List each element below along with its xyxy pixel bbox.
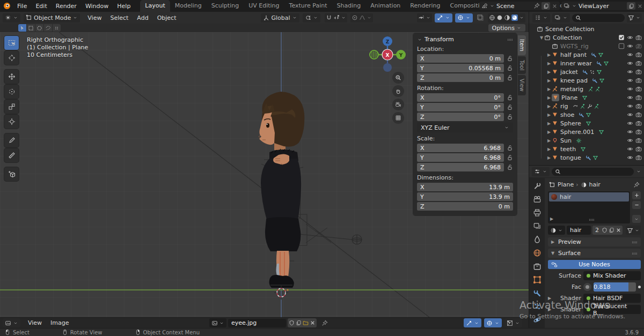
expand-icon[interactable]: ▶ [546,70,552,74]
outliner-row-shoe[interactable]: ▶shoe [529,110,644,119]
select-mode-tweak-mode[interactable] [18,24,26,32]
scale-y-field[interactable]: Y6.968 [417,153,504,162]
open-image-folder-icon[interactable] [303,320,309,326]
rotation-z-field[interactable]: Z0° [417,113,504,121]
pivot-dropdown[interactable] [303,13,320,23]
image-overlays-toggle[interactable] [484,318,502,327]
eye-icon[interactable] [627,103,633,109]
magnet-icon[interactable] [326,14,332,21]
properties-tab-render[interactable] [533,195,541,204]
eye-icon[interactable] [627,120,633,126]
nodetree-filter-button[interactable] [626,226,641,235]
outliner-row-collection[interactable]: ▼Collection [529,33,644,42]
camera-icon[interactable] [635,86,642,92]
surface-panel-header[interactable]: ▼ Surface [548,249,641,258]
properties-tab-modifiers[interactable] [533,289,541,297]
outliner-item-name[interactable]: jacket [560,69,578,76]
sidebar-tab-tool[interactable]: Tool [518,56,526,74]
eye-icon[interactable] [627,94,633,101]
workspace-tab-texture-paint[interactable]: Texture Paint [284,0,332,12]
image-menu-image[interactable]: Image [46,318,73,328]
copy-scene-button[interactable] [541,2,550,10]
expand-icon[interactable]: ▶ [546,147,552,152]
properties-tab-scene[interactable] [533,235,541,244]
chevron-down-icon[interactable] [636,169,641,174]
close-icon[interactable] [637,3,643,9]
outliner-item-name[interactable]: rig [560,103,568,110]
lock-icon[interactable] [507,94,513,101]
box-select-tool-button[interactable] [4,36,19,50]
outliner-item-name[interactable]: Sphere.001 [560,129,594,136]
sidebar-tab-item[interactable]: Item [518,35,526,55]
copy-viewlayer-button[interactable] [627,2,635,10]
sidebar-tab-view[interactable]: View [518,75,526,95]
expand-icon[interactable]: ▼ [539,35,544,40]
eye-icon[interactable] [627,69,633,75]
measure-tool-button[interactable] [4,148,19,162]
menu-file[interactable]: File [13,1,31,11]
grip-icon[interactable] [588,216,595,223]
properties-tab-collection[interactable] [533,262,541,271]
camera-off-icon[interactable] [635,43,642,49]
workspace-tab-modeling[interactable]: Modeling [170,0,207,12]
properties-tab-view-layer[interactable] [533,222,541,230]
xray-toggle[interactable] [477,14,484,21]
properties-editor-button[interactable] [532,167,550,176]
close-icon[interactable] [552,3,558,9]
users-count[interactable]: 2 [594,227,601,234]
shader-field[interactable]: Translucent B... [583,305,641,314]
overlays-toggle[interactable] [455,13,473,23]
viewport-menu-add[interactable]: Add [133,13,152,23]
outliner-item-name[interactable]: WGTS_rig [560,43,589,50]
axis-z-neg-ball[interactable] [383,63,392,72]
camera-icon[interactable] [635,111,642,118]
chevron-down-icon[interactable] [367,15,372,20]
pin-icon[interactable] [321,320,328,326]
solid-shading-icon[interactable] [496,14,503,21]
grip-icon[interactable] [507,36,513,43]
wireframe-shading-icon[interactable] [489,14,495,21]
unlink-icon[interactable] [310,320,316,326]
outliner-row-sun[interactable]: ▶Sun [529,136,644,145]
blender-logo-icon[interactable] [3,2,11,10]
snap-target-icon[interactable] [333,14,340,21]
outliner-item-name[interactable]: Scene Collection [545,26,594,33]
lock-icon[interactable] [507,164,513,170]
expand-icon[interactable]: ▶ [546,78,552,83]
workspace-tab-animation[interactable]: Animation [365,0,405,12]
camera-icon[interactable] [635,120,642,126]
fac-slider[interactable]: 0.818 [594,282,636,292]
eye-icon[interactable] [627,77,633,84]
properties-tab-object[interactable] [533,275,541,284]
expand-icon[interactable]: ▶ [548,296,552,301]
expand-icon[interactable]: ▶ [546,61,552,66]
camera-icon[interactable] [635,34,642,41]
pan-button[interactable] [392,85,404,97]
outliner-item-name[interactable]: shoe [560,111,574,118]
expand-icon[interactable]: ▶ [546,104,552,109]
workspace-tab-uv-editing[interactable]: UV Editing [244,0,284,12]
keyframe-dot-icon[interactable] [638,286,641,288]
unlink-icon[interactable] [616,227,621,233]
camera-view-button[interactable] [392,99,404,110]
material-slot-hair[interactable]: hair [549,192,629,201]
expand-icon[interactable]: ▶ [546,130,552,135]
outliner-item-name[interactable]: inner wear [560,60,592,67]
lock-icon[interactable] [507,154,513,161]
empty-sphere-gizmo[interactable] [352,235,362,244]
add-slot-button[interactable] [632,191,641,199]
viewlayer-name[interactable]: ViewLayer [579,3,625,10]
rotation-mode-dropdown[interactable]: XYZ Euler [417,123,513,132]
ortho-toggle-button[interactable] [392,112,404,124]
rotate-tool-button[interactable] [4,85,19,99]
menu-render[interactable]: Render [52,1,81,11]
eye-icon[interactable] [627,34,633,41]
proportional-edit-icon[interactable] [352,14,358,21]
copy-material-icon[interactable] [609,227,614,233]
viewport-menu-view[interactable]: View [83,13,106,23]
menu-help[interactable]: Help [113,1,135,11]
camera-icon[interactable] [635,154,642,161]
fake-user-shield-icon[interactable] [289,320,295,326]
outliner-row-half-pant[interactable]: ▶half pant [529,50,644,59]
workspace-tab-sculpting[interactable]: Sculpting [207,0,244,12]
